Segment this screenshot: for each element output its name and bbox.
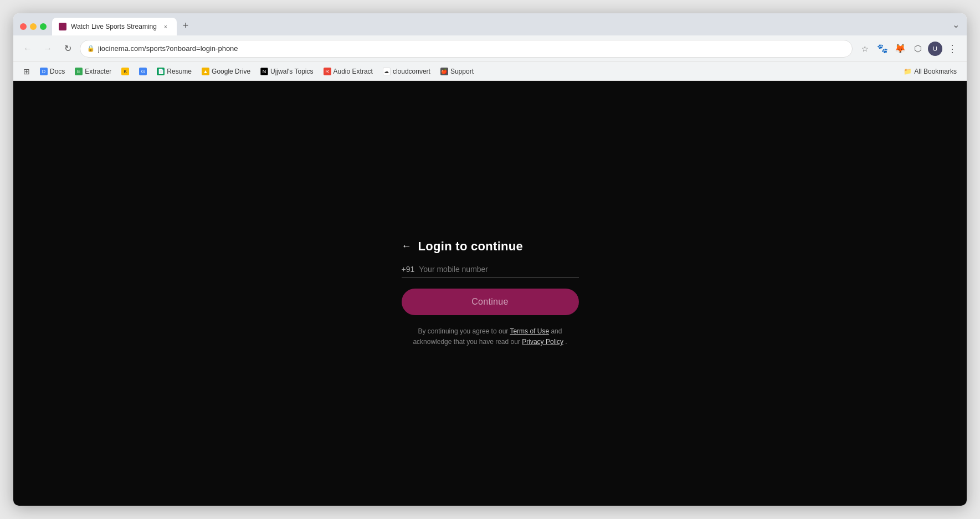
bookmark-keep-favicon: K: [121, 68, 129, 75]
login-title: Login to continue: [418, 239, 524, 254]
address-bar-actions: ☆ 🐾 🦊 ⬡ U ⋮: [857, 41, 960, 56]
terms-suffix: .: [563, 338, 567, 346]
bookmark-resume[interactable]: 📄 Resume: [152, 65, 196, 78]
bookmark-drive[interactable]: ▲ Google Drive: [197, 65, 255, 78]
phone-input-container: +91: [402, 265, 579, 278]
tab-favicon: [59, 23, 66, 30]
bookmark-drive-favicon: ▲: [202, 68, 209, 75]
bookmark-translate-favicon: G: [139, 68, 147, 75]
extension-1-button[interactable]: 🐾: [875, 41, 890, 56]
terms-text: By continuing you agree to our Terms of …: [402, 326, 579, 347]
bookmark-docs[interactable]: D Docs: [35, 65, 69, 78]
tab-title: Watch Live Sports Streaming: [71, 23, 157, 30]
bookmarks-bar: ⊞ D Docs E Extracter K G 📄 Resume ▲ Goog…: [13, 62, 967, 81]
bookmark-cloudconvert[interactable]: ☁ cloudconvert: [378, 65, 435, 78]
terms-of-use-link[interactable]: Terms of Use: [510, 327, 549, 335]
continue-button[interactable]: Continue: [402, 289, 579, 315]
bookmark-notion[interactable]: N Ujjwal's Topics: [256, 65, 317, 78]
bookmark-support-label: Support: [450, 68, 474, 75]
menu-button[interactable]: ⋮: [945, 41, 960, 56]
url-input[interactable]: [98, 44, 845, 53]
tab-bar: Watch Live Sports Streaming × + ⌄: [13, 13, 967, 35]
bookmark-cloud-label: cloudconvert: [393, 68, 430, 75]
tab-dropdown-button[interactable]: ⌄: [949, 18, 962, 31]
url-bar[interactable]: 🔒: [80, 40, 853, 58]
bookmark-audio[interactable]: R Audio Extract: [319, 65, 377, 78]
phone-number-input[interactable]: [419, 265, 578, 274]
extension-3-button[interactable]: ⬡: [910, 41, 926, 56]
terms-prefix: By continuing you agree to our: [418, 327, 510, 335]
bookmark-extracter-label: Extracter: [85, 68, 111, 75]
login-header: ← Login to continue: [402, 239, 524, 254]
forward-button[interactable]: →: [40, 41, 55, 56]
bookmark-docs-favicon: D: [40, 68, 48, 75]
close-window-button[interactable]: [20, 23, 27, 30]
bookmarks-folder-icon: 📁: [904, 68, 912, 75]
new-tab-button[interactable]: +: [178, 18, 193, 33]
minimize-window-button[interactable]: [30, 23, 37, 30]
back-button[interactable]: ←: [20, 41, 35, 56]
extension-2-button[interactable]: 🦊: [892, 41, 908, 56]
bookmark-docs-label: Docs: [50, 68, 65, 75]
bookmark-audio-favicon: R: [324, 68, 331, 75]
window-controls: [18, 23, 51, 35]
bookmark-resume-favicon: 📄: [157, 68, 165, 75]
tab-close-button[interactable]: ×: [161, 22, 170, 31]
apps-button[interactable]: ⊞: [19, 64, 34, 79]
bookmark-notion-label: Ujjwal's Topics: [270, 68, 313, 75]
bookmark-notion-favicon: N: [260, 68, 268, 75]
page-content: ← Login to continue +91 Continue By cont…: [13, 81, 967, 506]
lock-icon: 🔒: [87, 45, 95, 52]
bookmark-extracter-favicon: E: [75, 68, 83, 75]
bookmark-audio-label: Audio Extract: [333, 68, 373, 75]
bookmark-star-button[interactable]: ☆: [857, 41, 873, 56]
back-arrow-icon[interactable]: ←: [402, 240, 412, 252]
tab-bar-right: ⌄: [949, 18, 962, 35]
bookmark-resume-label: Resume: [167, 68, 192, 75]
bookmarks-bar-right: 📁 All Bookmarks: [899, 65, 961, 78]
browser-window: Watch Live Sports Streaming × + ⌄ ← → ↻ …: [13, 13, 967, 506]
active-tab[interactable]: Watch Live Sports Streaming ×: [52, 18, 177, 35]
reload-button[interactable]: ↻: [60, 41, 75, 56]
maximize-window-button[interactable]: [40, 23, 47, 30]
bookmark-apple-favicon: 🍎: [440, 68, 448, 75]
all-bookmarks-label: All Bookmarks: [914, 68, 957, 75]
bookmark-drive-label: Google Drive: [212, 68, 250, 75]
login-container: ← Login to continue +91 Continue By cont…: [402, 239, 579, 347]
bookmark-translate[interactable]: G: [135, 65, 151, 78]
bookmark-extracter[interactable]: E Extracter: [70, 65, 116, 78]
profile-button[interactable]: U: [928, 42, 942, 56]
bookmark-cloud-favicon: ☁: [383, 68, 391, 75]
privacy-policy-link[interactable]: Privacy Policy: [522, 338, 563, 346]
bookmark-support[interactable]: 🍎 Support: [436, 65, 478, 78]
address-bar: ← → ↻ 🔒 ☆ 🐾 🦊 ⬡ U ⋮: [13, 35, 967, 62]
all-bookmarks-button[interactable]: 📁 All Bookmarks: [899, 65, 961, 78]
bookmark-keep[interactable]: K: [117, 65, 134, 78]
country-code-label: +91: [402, 265, 415, 274]
